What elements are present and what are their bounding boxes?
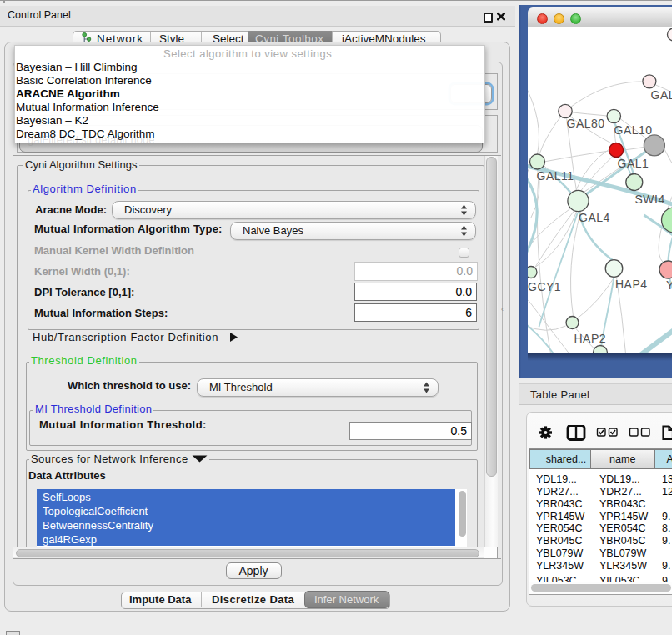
svg-text:HAP2: HAP2 xyxy=(574,332,606,345)
svg-text:YB: YB xyxy=(666,278,672,292)
svg-text:GCY1: GCY1 xyxy=(528,280,561,293)
svg-text:GAL2: GAL2 xyxy=(650,88,672,102)
svg-text:GAL10: GAL10 xyxy=(614,123,652,137)
svg-text:SWI4: SWI4 xyxy=(634,192,664,206)
svg-text:GAL4: GAL4 xyxy=(579,211,610,224)
svg-text:GAL80: GAL80 xyxy=(566,117,604,130)
svg-text:GAL1: GAL1 xyxy=(617,157,649,170)
svg-text:GAL11: GAL11 xyxy=(536,169,574,182)
svg-text:HAP4: HAP4 xyxy=(615,278,648,291)
